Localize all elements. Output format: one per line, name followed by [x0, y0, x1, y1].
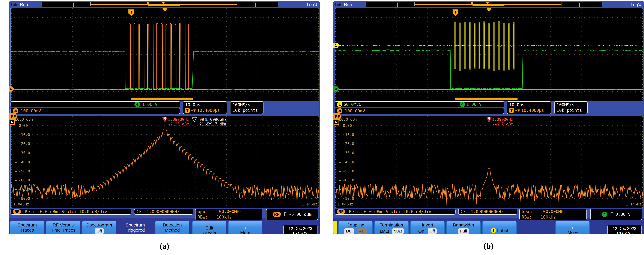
trigger-position-icon[interactable] [162, 8, 168, 12]
y-axis-label: -10.0 [15, 132, 30, 137]
timeline-zoom-fill [472, 5, 504, 6]
acquisition-readout-box[interactable]: 100MS/s 10k points [554, 101, 588, 114]
trigger-level-box[interactable]: RF -5.00 dBm [266, 208, 318, 220]
tek-logo: Tek [334, 2, 341, 7]
horizontal-readout-box[interactable]: 10.0µs T →▼ 10.4000µs [507, 101, 551, 114]
invert-off-chip[interactable]: Off [428, 228, 437, 234]
y-axis-label: -70.0 [339, 187, 354, 192]
trigger-t-icon: T [185, 108, 190, 113]
acquisition-status: Run [20, 2, 28, 7]
horizontal-readout-box[interactable]: 10.0µs T →▼ 10.4000µs [183, 101, 227, 114]
y-axis-label: -10.0 [339, 132, 354, 137]
rf-normal-trace-badge: N [10, 120, 15, 124]
span-label: Span: [522, 209, 538, 214]
y-axis-label: -60.0 [339, 178, 354, 182]
detection-method-button[interactable]: DetectionMethod Auto [155, 221, 189, 234]
channel-4-badge[interactable]: 4 [134, 102, 140, 107]
zoom-region-bar[interactable] [455, 98, 518, 100]
channel-4-scale: 1.00 V [466, 102, 482, 107]
coupling-button[interactable]: Coupling DC AC [338, 221, 372, 234]
timeline-left-bracket-icon [397, 2, 400, 7]
marker-m-icon[interactable]: ▽ [192, 115, 197, 123]
span-rbw-box[interactable]: Span:100.000MHz RBW:100kHz [195, 208, 262, 220]
more-button[interactable]: ▲More [556, 221, 590, 234]
spectrum-display: 10.0 dBm 0.00 -10.0 -20.0 -30.0 -40.0 -5… [10, 116, 319, 208]
timeline-right-bracket-icon [253, 2, 256, 7]
trigger-flag-letter: T [454, 10, 456, 14]
y-axis-label: -20.0 [339, 142, 354, 146]
rf-channel-badge[interactable]: RF N [334, 113, 342, 125]
trace-a-scale: 100.00mV [21, 108, 41, 114]
rf-amplitude-readout-box[interactable]: A 100.00mV [10, 108, 180, 114]
spectrum-traces-button[interactable]: SpectrumTraces [10, 221, 44, 234]
bandwidth-button[interactable]: Bandwidth Full [446, 221, 480, 234]
termination-50ohm-chip[interactable]: 50Ω [392, 228, 404, 234]
detection-method-auto-chip[interactable]: Auto [166, 234, 178, 234]
reference-marker-icon[interactable]: R [486, 116, 492, 123]
record-length: 10k points [557, 108, 582, 113]
span-label: Span: [198, 209, 214, 214]
rf-channel-badge[interactable]: RF N [9, 113, 18, 125]
y-axis-label: -60.0 [15, 178, 30, 182]
rbw-label: RBW: [522, 215, 538, 220]
timeline-trigger-handle-icon[interactable] [146, 2, 149, 5]
ref-level-readout: Ref: 10.0 dBm [349, 209, 382, 214]
scope-screenshot-b: Tek Run Trig'd T 1 4 1 50.0mVΩ 4 1.00 V [334, 1, 644, 234]
timeline-trigger-arrow-icon[interactable] [486, 2, 489, 4]
invert-button[interactable]: Invert On Off [410, 221, 444, 234]
timeline-right-bracket-icon [577, 2, 580, 7]
y-axis-label: -40.0 [15, 160, 30, 164]
stop-frequency-label: 1.14GHz [302, 202, 317, 206]
coupling-dc-chip[interactable]: DC [344, 228, 354, 234]
rf-reference-box[interactable]: RF Ref: 10.0 dBm Scale: 10.0 dB/div [334, 208, 456, 215]
vertical-readout-box[interactable]: 1 50.0mVΩ 4 1.00 V [334, 101, 504, 107]
caption-a: (a) [156, 241, 174, 251]
spectrum-display: 10.0 dBm 0.00 -10.0 -20.0 -30.0 -40.0 -5… [334, 116, 644, 208]
rf-reference-box[interactable]: RF Ref: 10.0 dBm Scale: 10.0 dB/div [10, 208, 132, 215]
sample-rate: 100MS/s [232, 102, 250, 107]
more-button[interactable]: ▲More [228, 221, 262, 234]
rbw-value: 100kHz [216, 215, 232, 220]
span-rbw-box[interactable]: Span:100.000MHz RBW:100kHz [519, 208, 586, 220]
coupling-ac-chip[interactable]: AC [357, 228, 367, 234]
trace-a-badge[interactable]: A [337, 108, 342, 114]
spectrogram-button[interactable]: SpectrogramOff [82, 221, 116, 234]
edit-labels-button[interactable]: EditLabels [192, 221, 226, 234]
span-value: 100.000MHz [540, 209, 566, 214]
zoom-region-bar[interactable] [131, 98, 194, 100]
y-axis-label: -80.0 [15, 196, 30, 201]
spectrogram-off-chip[interactable]: Off [95, 228, 104, 234]
rf-versus-time-traces-button[interactable]: RF VersusTime Traces [46, 221, 80, 234]
trigger-position-readout: 10.4000µs [521, 108, 544, 113]
center-frequency-box[interactable]: CF: 1.09000000GHz [458, 208, 517, 215]
reference-marker-letter: R [488, 116, 490, 121]
bandwidth-full-chip[interactable]: Full [458, 228, 468, 234]
timeline-left-bracket-icon [73, 2, 76, 7]
termination-button[interactable]: Termination 1MΩ 50Ω [374, 221, 408, 234]
reference-marker-icon[interactable]: R [162, 116, 168, 123]
trigger-position-icon[interactable] [486, 8, 492, 12]
timeline-trigger-handle-icon[interactable] [471, 2, 474, 5]
y-axis-label: -80.0 [339, 196, 354, 201]
acquisition-readout-box[interactable]: 100MS/s 10k points [230, 101, 264, 114]
acquisition-timeline[interactable] [42, 2, 278, 7]
rf-amplitude-readout-box[interactable]: A 100.00mV [334, 108, 504, 114]
timeline-trigger-arrow-icon[interactable] [162, 2, 165, 4]
timeline-zoom-fill [148, 5, 180, 6]
top-bar: Tek Run Trig'd [334, 1, 644, 8]
vertical-readout-box[interactable]: 4 1.00 V [10, 101, 180, 107]
invert-on-option[interactable]: On [418, 228, 424, 234]
trace-a-badge[interactable]: A [13, 108, 18, 114]
channel-a-marker-label: A [9, 87, 12, 91]
trigger-level-box[interactable]: 4 0.00 V [590, 208, 642, 220]
trigger-t-icon: T [509, 108, 514, 113]
label-button[interactable]: 1 Label [482, 221, 516, 234]
center-frequency-box[interactable]: CF: 1.09000000GHz [134, 208, 193, 215]
y-axis-label: -50.0 [339, 169, 354, 173]
time-scale: 10.0µs [509, 102, 524, 107]
termination-1mohm-option[interactable]: 1MΩ [379, 228, 389, 234]
acquisition-timeline[interactable] [366, 2, 602, 7]
reference-marker-letter: R [164, 116, 166, 121]
channel-1-badge[interactable]: 1 [337, 102, 342, 107]
channel-4-badge[interactable]: 4 [460, 102, 465, 107]
